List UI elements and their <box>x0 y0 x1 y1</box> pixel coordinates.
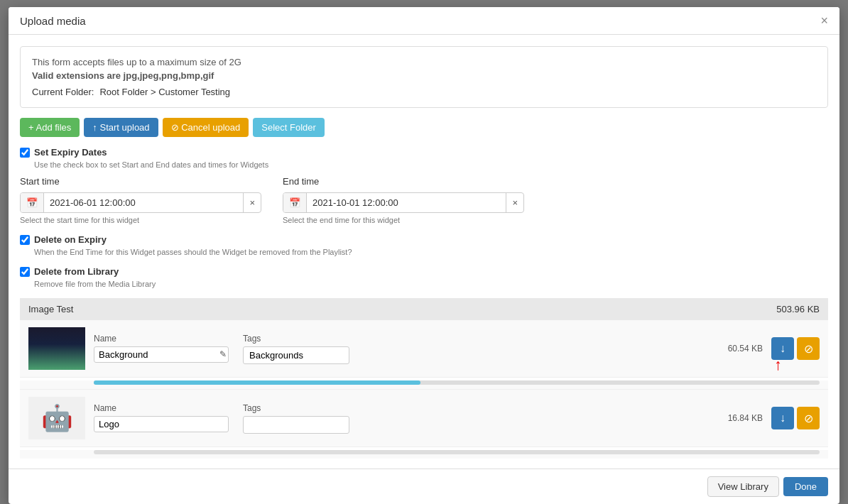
delete-on-expiry-label[interactable]: Delete on Expiry <box>34 234 107 245</box>
end-time-label: End time <box>283 176 524 187</box>
expiry-section: Set Expiry Dates Use the check box to se… <box>20 147 828 224</box>
table-row: Name ✎ Tags 60.54 KB ↓ ⊘ ↑ <box>20 320 828 378</box>
folder-label: Current Folder: <box>32 87 94 97</box>
file-actions: ↓ ⊘ <box>771 407 820 429</box>
start-time-input-wrap: 📅 × <box>20 192 261 213</box>
start-time-group: Start time 📅 × Select the start time for… <box>20 176 261 224</box>
android-icon: 🤖 <box>41 403 73 433</box>
view-library-button[interactable]: View Library <box>707 476 779 497</box>
modal-title: Upload media <box>20 15 86 27</box>
name-input[interactable] <box>99 349 218 360</box>
calendar-icon: 📅 <box>21 193 44 212</box>
done-button[interactable]: Done <box>783 477 828 496</box>
set-expiry-row: Set Expiry Dates <box>20 147 828 158</box>
files-group-header: Image Test 503.96 KB <box>20 298 828 320</box>
max-size-text: This form accepts files up to a maximum … <box>32 57 816 67</box>
tags-input[interactable] <box>243 416 349 434</box>
file-fields: Name Tags <box>94 403 705 434</box>
delete-on-expiry-row: Delete on Expiry <box>20 234 828 245</box>
start-time-hint: Select the start time for this widget <box>20 216 261 224</box>
delete-from-library-hint: Remove file from the Media Library <box>34 280 828 288</box>
start-time-label: Start time <box>20 176 261 187</box>
files-group-total-size: 503.96 KB <box>776 304 820 314</box>
arrow-indicator: ↑ <box>774 356 782 374</box>
folder-row: Current Folder: Root Folder > Customer T… <box>32 87 816 97</box>
file-thumbnail-background <box>28 327 85 370</box>
file-size: 60.54 KB <box>713 344 763 354</box>
toolbar: + Add files ↑ Start upload ⊘ Cancel uplo… <box>20 118 828 137</box>
calendar-icon-2: 📅 <box>283 193 307 212</box>
name-input-wrap: ✎ <box>94 346 229 363</box>
end-time-input[interactable] <box>307 193 506 212</box>
expiry-hint: Use the check box to set Start and End d… <box>34 160 828 169</box>
start-upload-button[interactable]: ↑ Start upload <box>84 118 158 137</box>
progress-bar-wrap-2 <box>94 450 820 454</box>
end-time-clear-button[interactable]: × <box>506 193 523 212</box>
tags-input[interactable] <box>243 346 349 364</box>
delete-on-expiry-hint: When the End Time for this Widget passes… <box>34 248 828 256</box>
cancel-upload-button[interactable]: ⊘ Cancel upload <box>163 118 249 137</box>
delete-from-library-label[interactable]: Delete from Library <box>34 266 119 277</box>
tags-field-group: Tags <box>243 334 349 364</box>
file-actions: ↓ ⊘ ↑ <box>771 337 820 360</box>
modal-body: This form accepts files up to a maximum … <box>9 35 839 469</box>
name-field-group: Name ✎ <box>94 334 229 363</box>
name-input[interactable] <box>99 419 224 429</box>
modal-header: Upload media × <box>9 7 839 35</box>
progress-bar-wrap <box>94 380 820 385</box>
modal-footer: View Library Done <box>9 469 839 504</box>
name-label: Name <box>94 334 229 344</box>
delete-on-expiry-checkbox[interactable] <box>20 235 30 245</box>
end-time-hint: Select the end time for this widget <box>283 216 524 224</box>
folder-path: Root Folder > Customer Testing <box>99 87 230 97</box>
name-field-group: Name <box>94 403 229 432</box>
delete-from-library-section: Delete from Library Remove file from the… <box>20 266 828 288</box>
name-label: Name <box>94 403 229 413</box>
start-time-clear-button[interactable]: × <box>243 193 261 212</box>
tags-label: Tags <box>243 403 349 413</box>
cancel-file-button-2[interactable]: ⊘ <box>797 407 820 429</box>
set-expiry-label[interactable]: Set Expiry Dates <box>34 147 107 158</box>
download-button-2[interactable]: ↓ <box>771 407 794 429</box>
name-clear-icon[interactable]: ✎ <box>218 349 228 359</box>
tags-field-group: Tags <box>243 403 349 434</box>
delete-on-expiry-section: Delete on Expiry When the End Time for t… <box>20 234 828 256</box>
table-row: 🤖 Name Tags 16.84 KB ↓ <box>20 390 828 447</box>
files-group-name: Image Test <box>28 304 73 314</box>
end-time-input-wrap: 📅 × <box>283 192 524 213</box>
upload-media-modal: Upload media × This form accepts files u… <box>9 7 839 504</box>
delete-from-library-checkbox[interactable] <box>20 267 30 277</box>
cancel-file-button[interactable]: ⊘ <box>797 337 820 360</box>
file-fields: Name ✎ Tags <box>94 334 705 364</box>
info-box: This form accepts files up to a maximum … <box>20 46 828 108</box>
progress-bar <box>94 380 420 385</box>
file-thumbnail-android: 🤖 <box>28 397 85 439</box>
add-files-button[interactable]: + Add files <box>20 118 80 137</box>
name-input-wrap <box>94 416 229 432</box>
date-row: Start time 📅 × Select the start time for… <box>20 176 828 224</box>
modal-close-button[interactable]: × <box>820 14 828 27</box>
set-expiry-checkbox[interactable] <box>20 148 30 158</box>
tags-label: Tags <box>243 334 349 344</box>
end-time-group: End time 📅 × Select the end time for thi… <box>283 176 524 224</box>
extensions-text: Valid extensions are jpg,jpeg,png,bmp,gi… <box>32 70 816 81</box>
select-folder-button[interactable]: Select Folder <box>253 118 325 137</box>
file-size: 16.84 KB <box>713 413 763 423</box>
start-time-input[interactable] <box>44 193 243 212</box>
delete-from-library-row: Delete from Library <box>20 266 828 277</box>
